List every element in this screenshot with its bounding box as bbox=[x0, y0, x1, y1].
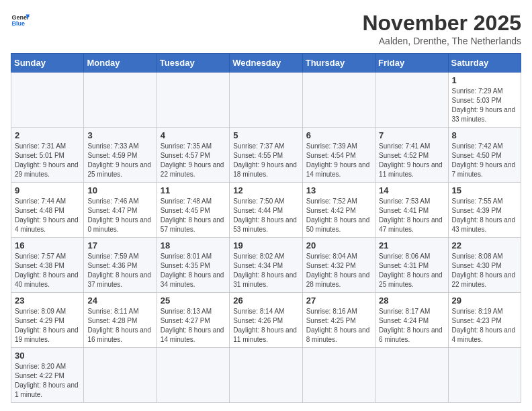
calendar-cell: 16Sunrise: 7:57 AMSunset: 4:38 PMDayligh… bbox=[11, 238, 84, 293]
day-info: Sunrise: 7:48 AMSunset: 4:45 PMDaylight:… bbox=[161, 197, 226, 234]
day-info: Sunrise: 8:11 AMSunset: 4:28 PMDaylight:… bbox=[87, 307, 152, 345]
calendar-cell: 30Sunrise: 8:20 AMSunset: 4:22 PMDayligh… bbox=[11, 348, 84, 403]
calendar-cell bbox=[302, 73, 375, 128]
day-number: 7 bbox=[379, 130, 444, 140]
day-number: 3 bbox=[87, 130, 152, 140]
day-number: 18 bbox=[161, 240, 226, 250]
calendar-cell: 9Sunrise: 7:44 AMSunset: 4:48 PMDaylight… bbox=[11, 183, 84, 238]
calendar-cell bbox=[448, 348, 521, 403]
day-number: 19 bbox=[233, 240, 298, 250]
calendar-cell: 8Sunrise: 7:42 AMSunset: 4:50 PMDaylight… bbox=[448, 128, 521, 183]
weekday-header-wednesday: Wednesday bbox=[230, 54, 302, 73]
title-block: November 2025 Aalden, Drenthe, The Nethe… bbox=[362, 11, 521, 46]
day-number: 21 bbox=[379, 240, 444, 250]
calendar-cell: 27Sunrise: 8:16 AMSunset: 4:25 PMDayligh… bbox=[302, 293, 375, 348]
day-info: Sunrise: 7:52 AMSunset: 4:42 PMDaylight:… bbox=[306, 197, 371, 234]
day-info: Sunrise: 7:41 AMSunset: 4:52 PMDaylight:… bbox=[379, 142, 444, 179]
day-number: 24 bbox=[87, 295, 152, 306]
weekday-header-sunday: Sunday bbox=[11, 54, 84, 73]
weekday-header-row: SundayMondayTuesdayWednesdayThursdayFrid… bbox=[11, 54, 521, 73]
day-info: Sunrise: 7:33 AMSunset: 4:59 PMDaylight:… bbox=[87, 142, 152, 179]
day-info: Sunrise: 8:17 AMSunset: 4:24 PMDaylight:… bbox=[379, 307, 444, 345]
calendar-cell: 19Sunrise: 8:02 AMSunset: 4:34 PMDayligh… bbox=[230, 238, 302, 293]
month-title: November 2025 bbox=[362, 11, 521, 36]
calendar-cell: 10Sunrise: 7:46 AMSunset: 4:47 PMDayligh… bbox=[84, 183, 157, 238]
calendar-cell: 1Sunrise: 7:29 AMSunset: 5:03 PMDaylight… bbox=[448, 73, 521, 128]
day-info: Sunrise: 8:13 AMSunset: 4:27 PMDaylight:… bbox=[161, 307, 226, 345]
day-info: Sunrise: 8:16 AMSunset: 4:25 PMDaylight:… bbox=[306, 307, 371, 345]
day-info: Sunrise: 8:02 AMSunset: 4:34 PMDaylight:… bbox=[233, 252, 298, 289]
day-number: 15 bbox=[452, 185, 517, 195]
day-info: Sunrise: 8:19 AMSunset: 4:23 PMDaylight:… bbox=[452, 307, 517, 345]
calendar-week-row: 1Sunrise: 7:29 AMSunset: 5:03 PMDaylight… bbox=[11, 73, 521, 128]
calendar-cell: 23Sunrise: 8:09 AMSunset: 4:29 PMDayligh… bbox=[11, 293, 84, 348]
calendar-cell: 14Sunrise: 7:53 AMSunset: 4:41 PMDayligh… bbox=[375, 183, 448, 238]
logo: General Blue bbox=[11, 11, 30, 30]
calendar-cell: 3Sunrise: 7:33 AMSunset: 4:59 PMDaylight… bbox=[84, 128, 157, 183]
day-number: 29 bbox=[452, 295, 517, 306]
day-number: 22 bbox=[452, 240, 517, 250]
day-info: Sunrise: 7:35 AMSunset: 4:57 PMDaylight:… bbox=[161, 142, 226, 179]
day-number: 16 bbox=[15, 240, 80, 250]
svg-text:Blue: Blue bbox=[11, 20, 25, 27]
day-info: Sunrise: 8:09 AMSunset: 4:29 PMDaylight:… bbox=[15, 307, 80, 345]
day-info: Sunrise: 7:57 AMSunset: 4:38 PMDaylight:… bbox=[15, 252, 80, 289]
weekday-header-monday: Monday bbox=[84, 54, 157, 73]
day-info: Sunrise: 7:59 AMSunset: 4:36 PMDaylight:… bbox=[87, 252, 152, 289]
day-number: 8 bbox=[452, 130, 517, 140]
calendar-cell: 4Sunrise: 7:35 AMSunset: 4:57 PMDaylight… bbox=[157, 128, 229, 183]
calendar-cell: 7Sunrise: 7:41 AMSunset: 4:52 PMDaylight… bbox=[375, 128, 448, 183]
day-info: Sunrise: 7:46 AMSunset: 4:47 PMDaylight:… bbox=[87, 197, 152, 234]
calendar-week-row: 2Sunrise: 7:31 AMSunset: 5:01 PMDaylight… bbox=[11, 128, 521, 183]
weekday-header-saturday: Saturday bbox=[448, 54, 521, 73]
logo-icon: General Blue bbox=[11, 11, 30, 30]
day-info: Sunrise: 7:50 AMSunset: 4:44 PMDaylight:… bbox=[233, 197, 298, 234]
day-number: 5 bbox=[233, 130, 298, 140]
calendar-cell: 22Sunrise: 8:08 AMSunset: 4:30 PMDayligh… bbox=[448, 238, 521, 293]
day-number: 27 bbox=[306, 295, 371, 306]
calendar-cell: 26Sunrise: 8:14 AMSunset: 4:26 PMDayligh… bbox=[230, 293, 302, 348]
day-info: Sunrise: 7:55 AMSunset: 4:39 PMDaylight:… bbox=[452, 197, 517, 234]
day-number: 28 bbox=[379, 295, 444, 306]
day-info: Sunrise: 8:04 AMSunset: 4:32 PMDaylight:… bbox=[306, 252, 371, 289]
calendar-cell: 28Sunrise: 8:17 AMSunset: 4:24 PMDayligh… bbox=[375, 293, 448, 348]
day-number: 17 bbox=[87, 240, 152, 250]
weekday-header-tuesday: Tuesday bbox=[157, 54, 229, 73]
day-info: Sunrise: 7:44 AMSunset: 4:48 PMDaylight:… bbox=[15, 197, 80, 234]
day-info: Sunrise: 7:37 AMSunset: 4:55 PMDaylight:… bbox=[233, 142, 298, 179]
weekday-header-friday: Friday bbox=[375, 54, 448, 73]
calendar-cell bbox=[375, 348, 448, 403]
day-number: 30 bbox=[15, 351, 80, 361]
day-number: 25 bbox=[161, 295, 226, 306]
day-number: 6 bbox=[306, 130, 371, 140]
calendar-cell bbox=[375, 73, 448, 128]
day-number: 10 bbox=[87, 185, 152, 195]
day-info: Sunrise: 7:29 AMSunset: 5:03 PMDaylight:… bbox=[452, 87, 517, 124]
calendar-cell: 6Sunrise: 7:39 AMSunset: 4:54 PMDaylight… bbox=[302, 128, 375, 183]
calendar-cell: 11Sunrise: 7:48 AMSunset: 4:45 PMDayligh… bbox=[157, 183, 229, 238]
calendar-cell: 24Sunrise: 8:11 AMSunset: 4:28 PMDayligh… bbox=[84, 293, 157, 348]
weekday-header-thursday: Thursday bbox=[302, 54, 375, 73]
calendar-table: SundayMondayTuesdayWednesdayThursdayFrid… bbox=[11, 53, 521, 403]
page-header: General Blue November 2025 Aalden, Drent… bbox=[11, 11, 521, 46]
day-number: 12 bbox=[233, 185, 298, 195]
calendar-cell bbox=[230, 73, 302, 128]
day-number: 23 bbox=[15, 295, 80, 306]
calendar-cell: 12Sunrise: 7:50 AMSunset: 4:44 PMDayligh… bbox=[230, 183, 302, 238]
calendar-cell bbox=[84, 348, 157, 403]
calendar-cell bbox=[11, 73, 84, 128]
day-number: 4 bbox=[161, 130, 226, 140]
calendar-cell: 2Sunrise: 7:31 AMSunset: 5:01 PMDaylight… bbox=[11, 128, 84, 183]
location-subtitle: Aalden, Drenthe, The Netherlands bbox=[362, 36, 521, 46]
day-info: Sunrise: 7:39 AMSunset: 4:54 PMDaylight:… bbox=[306, 142, 371, 179]
day-number: 2 bbox=[15, 130, 80, 140]
calendar-cell bbox=[84, 73, 157, 128]
day-info: Sunrise: 7:42 AMSunset: 4:50 PMDaylight:… bbox=[452, 142, 517, 179]
calendar-week-row: 30Sunrise: 8:20 AMSunset: 4:22 PMDayligh… bbox=[11, 348, 521, 403]
day-number: 9 bbox=[15, 185, 80, 195]
day-info: Sunrise: 7:31 AMSunset: 5:01 PMDaylight:… bbox=[15, 142, 80, 179]
calendar-week-row: 9Sunrise: 7:44 AMSunset: 4:48 PMDaylight… bbox=[11, 183, 521, 238]
calendar-cell bbox=[157, 73, 229, 128]
day-number: 11 bbox=[161, 185, 226, 195]
day-number: 20 bbox=[306, 240, 371, 250]
